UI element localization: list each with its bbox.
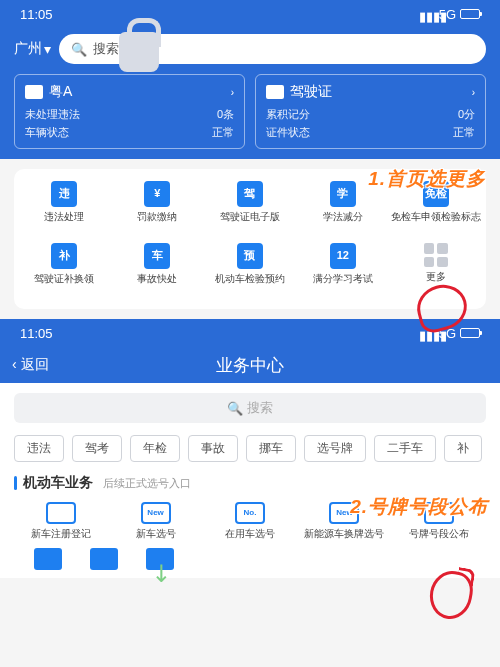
service-icon: 驾 xyxy=(237,181,263,207)
service-item[interactable]: 车事故快处 xyxy=(111,243,204,301)
battery-icon xyxy=(460,328,480,338)
service-label: 机动车检验预约 xyxy=(215,273,285,285)
service-icon: 12 xyxy=(330,243,356,269)
service-label: 更多 xyxy=(426,271,446,283)
service-label: 事故快处 xyxy=(137,273,177,285)
service-label: 违法处理 xyxy=(44,211,84,223)
chevron-right-icon: › xyxy=(231,87,234,98)
vehicle-service-item[interactable]: New新车选号 xyxy=(108,502,202,540)
service-label: 驾驶证补换领 xyxy=(34,273,94,285)
service-item[interactable]: 预机动车检验预约 xyxy=(204,243,297,301)
filter-tag[interactable]: 补 xyxy=(444,435,482,462)
vehicle-service-item[interactable]: No.在用车选号 xyxy=(203,502,297,540)
status-time: 11:05 xyxy=(20,7,53,22)
search-icon: 🔍 xyxy=(227,401,243,416)
search-icon: 🔍 xyxy=(71,42,87,57)
filter-tag[interactable]: 年检 xyxy=(130,435,180,462)
back-button[interactable]: ‹ 返回 xyxy=(12,356,49,374)
service-icon: New xyxy=(141,502,171,524)
service-label: 学法减分 xyxy=(323,211,363,223)
annotation-step1: 1.首页选更多 xyxy=(368,166,486,192)
search-input[interactable]: 🔍 搜索 xyxy=(59,34,486,64)
service-label: 号牌号段公布 xyxy=(409,528,469,540)
search-placeholder: 搜索 xyxy=(93,40,119,58)
service-icon xyxy=(46,502,76,524)
page-title: 业务中心 xyxy=(216,354,284,377)
service-icon: 预 xyxy=(237,243,263,269)
filter-tag[interactable]: 选号牌 xyxy=(304,435,366,462)
lock-icon xyxy=(119,32,159,72)
service-label: 新车选号 xyxy=(136,528,176,540)
service-icon: 违 xyxy=(51,181,77,207)
service-icon: No. xyxy=(235,502,265,524)
service-label: 在用车选号 xyxy=(225,528,275,540)
filter-tag[interactable]: 事故 xyxy=(188,435,238,462)
section-title: 机动车业务 xyxy=(23,474,93,492)
search-input[interactable]: 🔍 搜索 xyxy=(14,393,486,423)
section-hint: 后续正式选号入口 xyxy=(103,476,191,491)
service-icon: 补 xyxy=(51,243,77,269)
filter-tag[interactable]: 驾考 xyxy=(72,435,122,462)
chevron-down-icon: ▾ xyxy=(44,41,51,57)
filter-tags: 违法驾考年检事故挪车选号牌二手车补 xyxy=(14,435,486,462)
screen-home: 11:05 ▮▮▮▮ 5G 广州▾ 🔍 搜索 粤A› 未处理违法0条 车辆状态正… xyxy=(0,0,500,309)
vehicle-service-item[interactable]: 新车注册登记 xyxy=(14,502,108,540)
city-picker[interactable]: 广州▾ xyxy=(14,40,51,58)
service-item[interactable]: 12满分学习考试 xyxy=(296,243,389,301)
car-icon xyxy=(25,85,43,99)
network-label: 5G xyxy=(439,7,456,22)
service-item[interactable]: 违违法处理 xyxy=(18,181,111,239)
service-label: 满分学习考试 xyxy=(313,273,373,285)
service-label: 罚款缴纳 xyxy=(137,211,177,223)
service-icon: ¥ xyxy=(144,181,170,207)
service-item[interactable]: ¥罚款缴纳 xyxy=(111,181,204,239)
chevron-right-icon: › xyxy=(472,87,475,98)
service-label: 新能源车换牌选号 xyxy=(304,528,384,540)
vehicle-card[interactable]: 粤A› 未处理违法0条 车辆状态正常 xyxy=(14,74,245,149)
service-icon: 车 xyxy=(144,243,170,269)
service-label: 新车注册登记 xyxy=(31,528,91,540)
partial-row xyxy=(14,540,486,578)
battery-icon xyxy=(460,9,480,19)
filter-tag[interactable]: 二手车 xyxy=(374,435,436,462)
status-bar: 11:05 ▮▮▮▮ 5G xyxy=(0,0,500,28)
service-item[interactable]: 补驾驶证补换领 xyxy=(18,243,111,301)
annotation-step2: 2.号牌号段公布 xyxy=(350,494,488,520)
service-label: 驾驶证电子版 xyxy=(220,211,280,223)
service-label: 免检车申领检验标志 xyxy=(391,211,481,223)
filter-tag[interactable]: 挪车 xyxy=(246,435,296,462)
status-time: 11:05 xyxy=(20,326,53,341)
service-item[interactable]: 驾驾驶证电子版 xyxy=(204,181,297,239)
filter-tag[interactable]: 违法 xyxy=(14,435,64,462)
license-card[interactable]: 驾驶证› 累积记分0分 证件状态正常 xyxy=(255,74,486,149)
screen-business-center: 11:05 ▮▮▮▮ 5G ‹ 返回 业务中心 🔍 搜索 违法驾考年检事故挪车选… xyxy=(0,319,500,578)
more-icon xyxy=(424,243,448,267)
signal-icon: ▮▮▮▮ xyxy=(419,9,435,19)
service-icon: 学 xyxy=(330,181,356,207)
license-icon xyxy=(266,85,284,99)
